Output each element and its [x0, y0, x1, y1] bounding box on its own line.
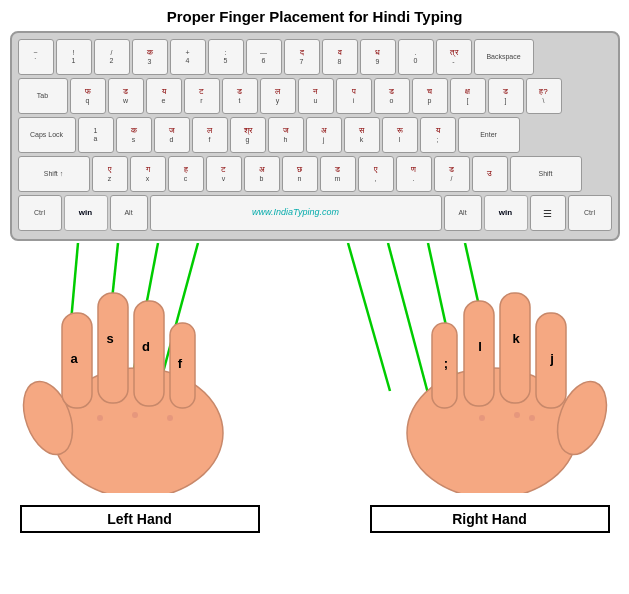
key-bracket-l[interactable]: क्ष[	[450, 78, 486, 114]
key-7[interactable]: द7	[284, 39, 320, 75]
svg-text:l: l	[478, 339, 482, 354]
key-tilde[interactable]: ~`	[18, 39, 54, 75]
key-shift-left[interactable]: Shift ↑	[18, 156, 90, 192]
key-g[interactable]: श्रg	[230, 117, 266, 153]
key-ctrl-right[interactable]: Ctrl	[568, 195, 612, 231]
key-menu[interactable]: ☰	[530, 195, 566, 231]
key-z[interactable]: एz	[92, 156, 128, 192]
svg-point-31	[479, 415, 485, 421]
key-w[interactable]: डw	[108, 78, 144, 114]
key-d[interactable]: जd	[154, 117, 190, 153]
key-row-5: Ctrl win Alt www.IndiaTyping.com Alt win…	[18, 195, 612, 231]
key-win-right[interactable]: win	[484, 195, 528, 231]
key-comma[interactable]: ए,	[358, 156, 394, 192]
left-hand-svg: a s d f	[20, 263, 260, 493]
key-y[interactable]: लy	[260, 78, 296, 114]
key-caps-lock[interactable]: Caps Lock	[18, 117, 76, 153]
main-container: Proper Finger Placement for Hindi Typing…	[0, 0, 629, 594]
svg-text:k: k	[512, 331, 520, 346]
left-hand-label-box: Left Hand	[20, 505, 260, 533]
key-b[interactable]: अb	[244, 156, 280, 192]
key-ctrl-left[interactable]: Ctrl	[18, 195, 62, 231]
key-alt-right[interactable]: Alt	[444, 195, 482, 231]
right-hand-label: Right Hand	[370, 505, 610, 533]
key-k[interactable]: सk	[344, 117, 380, 153]
key-row-3: Caps Lock 1a कs जd लf श्रg जh अj सk रूl …	[18, 117, 612, 153]
key-4[interactable]: +4	[170, 39, 206, 75]
key-c[interactable]: हc	[168, 156, 204, 192]
key-a[interactable]: 1a	[78, 117, 114, 153]
key-m[interactable]: डm	[320, 156, 356, 192]
key-e[interactable]: यe	[146, 78, 182, 114]
website-label: www.IndiaTyping.com	[252, 208, 339, 218]
key-shift-right[interactable]: Shift	[510, 156, 582, 192]
key-j[interactable]: अj	[306, 117, 342, 153]
key-o[interactable]: डo	[374, 78, 410, 114]
page-title: Proper Finger Placement for Hindi Typing	[167, 8, 463, 25]
hands-area: a s d f ; l k j	[10, 243, 620, 533]
svg-rect-25	[500, 293, 530, 403]
key-row-1: ~` !1 /2 क3 +4 :5 —6 द7 व8 ध9 .0 त्र- Ba…	[18, 39, 612, 75]
svg-rect-11	[98, 293, 128, 403]
right-hand-svg: ; l k j	[370, 263, 610, 493]
key-r[interactable]: टr	[184, 78, 220, 114]
key-v[interactable]: टv	[206, 156, 242, 192]
key-q[interactable]: फq	[70, 78, 106, 114]
key-u[interactable]: नu	[298, 78, 334, 114]
key-alt-left[interactable]: Alt	[110, 195, 148, 231]
key-2[interactable]: /2	[94, 39, 130, 75]
key-x[interactable]: गx	[130, 156, 166, 192]
key-p[interactable]: चp	[412, 78, 448, 114]
key-s[interactable]: कs	[116, 117, 152, 153]
svg-text:d: d	[142, 339, 150, 354]
key-backslash[interactable]: ह?\	[526, 78, 562, 114]
key-row-4: Shift ↑ एz गx हc टv अb छn डm ए, ण. ड/ उ …	[18, 156, 612, 192]
svg-point-18	[97, 415, 103, 421]
key-period[interactable]: ण.	[396, 156, 432, 192]
keyboard: ~` !1 /2 क3 +4 :5 —6 द7 व8 ध9 .0 त्र- Ba…	[10, 31, 620, 241]
key-bracket-r[interactable]: ड]	[488, 78, 524, 114]
key-n[interactable]: छn	[282, 156, 318, 192]
svg-text:f: f	[177, 356, 182, 371]
svg-rect-13	[170, 323, 195, 408]
svg-text:s: s	[106, 331, 113, 346]
key-5[interactable]: :5	[208, 39, 244, 75]
key-t[interactable]: डt	[222, 78, 258, 114]
key-row-2: Tab फq डw यe टr डt लy नu पi डo चp क्ष[ ड…	[18, 78, 612, 114]
svg-point-20	[167, 415, 173, 421]
key-minus[interactable]: त्र-	[436, 39, 472, 75]
svg-text:;: ;	[443, 356, 447, 371]
key-h[interactable]: जh	[268, 117, 304, 153]
svg-point-33	[529, 415, 535, 421]
key-0[interactable]: .0	[398, 39, 434, 75]
svg-point-32	[514, 412, 520, 418]
key-9[interactable]: ध9	[360, 39, 396, 75]
svg-text:j: j	[549, 351, 554, 366]
key-3[interactable]: क3	[132, 39, 168, 75]
key-space[interactable]: www.IndiaTyping.com	[150, 195, 442, 231]
key-i[interactable]: पi	[336, 78, 372, 114]
key-f[interactable]: लf	[192, 117, 228, 153]
key-6[interactable]: —6	[246, 39, 282, 75]
key-slash[interactable]: ड/	[434, 156, 470, 192]
key-8[interactable]: व8	[322, 39, 358, 75]
svg-point-19	[132, 412, 138, 418]
key-1[interactable]: !1	[56, 39, 92, 75]
right-hand-label-box: Right Hand	[370, 505, 610, 533]
key-backspace[interactable]: Backspace	[474, 39, 534, 75]
left-hand-label: Left Hand	[20, 505, 260, 533]
key-win-left[interactable]: win	[64, 195, 108, 231]
key-l[interactable]: रूl	[382, 117, 418, 153]
key-tab[interactable]: Tab	[18, 78, 68, 114]
key-enter[interactable]: Enter	[458, 117, 520, 153]
key-semicolon[interactable]: य;	[420, 117, 456, 153]
svg-text:a: a	[70, 351, 78, 366]
key-extra[interactable]: उ	[472, 156, 508, 192]
